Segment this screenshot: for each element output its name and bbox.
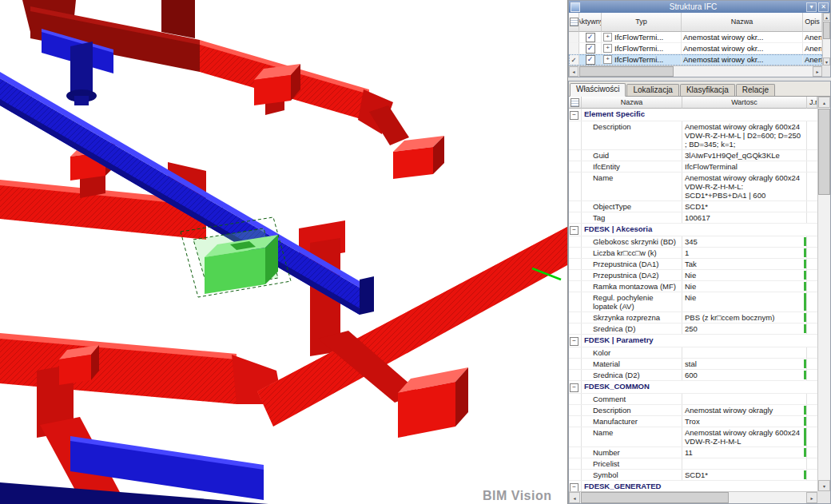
ifc-header-extra[interactable]: Opis bbox=[803, 13, 822, 32]
property-value[interactable]: Nie bbox=[682, 292, 807, 312]
property-value[interactable]: 345 bbox=[682, 236, 807, 247]
properties-vscroll-thumb[interactable] bbox=[818, 109, 830, 195]
property-row[interactable]: Przepustnica (DA2)Nie bbox=[569, 270, 817, 281]
checkbox-icon[interactable]: ✓ bbox=[586, 33, 595, 42]
scroll-right-icon[interactable]: ▸ bbox=[813, 66, 822, 77]
property-row[interactable]: Guid3lAIwFv1H9Qef_qGQk3KLe bbox=[569, 150, 817, 161]
property-row[interactable]: Number11 bbox=[569, 447, 817, 458]
ifc-header-active[interactable]: Aktywny bbox=[579, 13, 602, 32]
property-group-row[interactable]: −FDESK_COMMON bbox=[569, 381, 817, 394]
ifc-extra-cell[interactable]: Anemostat bbox=[803, 43, 822, 54]
property-row[interactable]: DescriptionAnemostat wirowy okragly 600x… bbox=[569, 121, 817, 150]
property-row[interactable]: Materialstal bbox=[569, 359, 817, 370]
property-value[interactable]: Anemostat wirowy okragly 600x24 VDW-R-Z-… bbox=[682, 427, 807, 446]
collapse-icon[interactable]: − bbox=[570, 337, 579, 346]
property-value[interactable]: Nie bbox=[682, 270, 807, 280]
properties-tab-0[interactable]: Właściwości bbox=[570, 83, 626, 97]
ifc-structure-row[interactable]: ✓+IfcFlowTermi...Anemostat wirowy okr...… bbox=[569, 32, 822, 43]
property-row[interactable]: SymbolSCD1* bbox=[569, 470, 817, 481]
pin-icon[interactable]: ▾ bbox=[806, 2, 817, 12]
property-value[interactable]: PBS (z kr□ccem bocznym) bbox=[682, 312, 807, 323]
active-checkbox[interactable]: ✓ bbox=[579, 54, 602, 65]
close-icon[interactable]: ✕ bbox=[818, 2, 829, 12]
scroll-down-icon[interactable]: ▾ bbox=[818, 480, 830, 491]
scroll-left-icon[interactable]: ◂ bbox=[569, 66, 579, 77]
property-value[interactable]: SCD1* bbox=[682, 201, 807, 212]
properties-tab-1[interactable]: Lokalizacja bbox=[626, 84, 678, 96]
ifc-type-cell[interactable]: +IfcFlowTermi... bbox=[602, 32, 682, 43]
property-group-row[interactable]: −FDESK_GENERATED bbox=[569, 481, 817, 491]
property-row[interactable]: Glebokosc skrzynki (BD)345 bbox=[569, 236, 817, 248]
property-value[interactable] bbox=[682, 347, 807, 358]
property-row[interactable]: DescriptionAnemostat wirowy okragly bbox=[569, 405, 817, 416]
properties-hscroll-thumb[interactable] bbox=[581, 492, 729, 503]
properties-vscrollbar[interactable]: ▴ ▾ bbox=[817, 97, 830, 491]
property-value[interactable]: SCD1* bbox=[682, 470, 807, 480]
ifc-structure-row[interactable]: ✓✓+IfcFlowTermi...Anemostat wirowy okr..… bbox=[569, 54, 822, 65]
property-row[interactable]: NameAnemostat wirowy okragly 600x24 VDW-… bbox=[569, 427, 817, 447]
scroll-up-icon[interactable]: ▴ bbox=[818, 97, 830, 108]
property-row[interactable]: Skrzynka rozpreznaPBS (z kr□ccem bocznym… bbox=[569, 312, 817, 323]
property-value[interactable]: 600 bbox=[682, 370, 807, 380]
property-value[interactable]: IfcFlowTerminal bbox=[682, 161, 807, 172]
property-value[interactable]: Tak bbox=[682, 259, 807, 269]
ifc-extra-cell[interactable]: Anemostat bbox=[803, 32, 822, 43]
property-row[interactable]: Srednica (D)250 bbox=[569, 323, 817, 335]
expand-icon[interactable]: + bbox=[603, 33, 612, 42]
collapse-icon[interactable]: − bbox=[570, 226, 579, 235]
terminal-box-bottom[interactable] bbox=[398, 367, 468, 438]
properties-hscrollbar[interactable]: ◂ ▸ bbox=[569, 491, 817, 503]
ifc-name-cell[interactable]: Anemostat wirowy okr... bbox=[682, 43, 803, 54]
ifc-header-type[interactable]: Typ bbox=[602, 13, 682, 32]
property-value[interactable] bbox=[682, 394, 807, 404]
scroll-up-icon[interactable]: ▴ bbox=[823, 13, 830, 21]
properties-tab-2[interactable]: Klasyfikacja bbox=[680, 84, 735, 96]
property-row[interactable]: Pricelist bbox=[569, 458, 817, 470]
ifc-name-cell[interactable]: Anemostat wirowy okr... bbox=[682, 32, 803, 43]
property-value[interactable]: 3lAIwFv1H9Qef_qGQk3KLe bbox=[682, 150, 807, 161]
collapse-icon[interactable]: − bbox=[570, 111, 579, 120]
ifc-type-cell[interactable]: +IfcFlowTermi... bbox=[602, 43, 682, 54]
terminal-box-right[interactable] bbox=[393, 136, 444, 179]
active-checkbox[interactable]: ✓ bbox=[579, 43, 602, 54]
ifc-extra-cell[interactable]: Anemostat bbox=[803, 54, 822, 65]
properties-header-name[interactable]: Nazwa bbox=[582, 97, 682, 109]
property-row[interactable]: Kolor bbox=[569, 347, 817, 359]
ifc-hscroll-thumb[interactable] bbox=[579, 66, 674, 77]
property-row[interactable]: Tag100617 bbox=[569, 212, 817, 224]
property-value[interactable]: Anemostat wirowy okragly 600x24 VDW-R-Z-… bbox=[682, 121, 807, 149]
properties-tab-3[interactable]: Relacje bbox=[736, 84, 775, 96]
property-value[interactable]: Anemostat wirowy okragly bbox=[682, 405, 807, 415]
property-value[interactable]: Anemostat wirowy okragly 600x24 VDW-R-Z-… bbox=[682, 173, 807, 200]
ifc-name-cell[interactable]: Anemostat wirowy okr... bbox=[682, 54, 803, 65]
properties-header-value[interactable]: Wartosc bbox=[682, 97, 807, 109]
expand-icon[interactable]: + bbox=[603, 55, 612, 64]
scroll-right-icon[interactable]: ▸ bbox=[806, 492, 817, 503]
property-row[interactable]: Srednica (D2)600 bbox=[569, 370, 817, 381]
collapse-icon[interactable]: − bbox=[570, 483, 579, 491]
properties-header-unit[interactable]: J.m. bbox=[807, 97, 817, 109]
checkbox-icon[interactable]: ✓ bbox=[586, 55, 595, 65]
property-row[interactable]: Comment bbox=[569, 394, 817, 405]
scroll-left-icon[interactable]: ◂ bbox=[569, 492, 580, 503]
property-group-row[interactable]: −FDESK | Akcesoria bbox=[569, 224, 817, 236]
property-row[interactable]: NameAnemostat wirowy okragly 600x24 VDW-… bbox=[569, 173, 817, 201]
scroll-down-icon[interactable]: ▾ bbox=[823, 58, 830, 65]
property-row[interactable]: Przepustnica (DA1)Tak bbox=[569, 259, 817, 270]
checkbox-icon[interactable]: ✓ bbox=[586, 44, 595, 54]
property-row[interactable]: Liczba kr□cc□w (k)1 bbox=[569, 248, 817, 259]
ifc-structure-row[interactable]: ✓+IfcFlowTermi...Anemostat wirowy okr...… bbox=[569, 43, 822, 54]
viewport-3d-canvas[interactable] bbox=[0, 0, 567, 504]
property-row[interactable]: Ramka montazowa (MF)Nie bbox=[569, 281, 817, 292]
ifc-vscrollbar[interactable]: ▴ ▾ bbox=[822, 13, 830, 65]
property-row[interactable]: IfcEntityIfcFlowTerminal bbox=[569, 161, 817, 173]
property-group-row[interactable]: −FDESK | Parametry bbox=[569, 335, 817, 347]
viewport-3d[interactable]: BIM Vision bbox=[0, 0, 567, 504]
active-checkbox[interactable]: ✓ bbox=[579, 32, 602, 43]
property-value[interactable]: 1 bbox=[682, 248, 807, 258]
property-group-row[interactable]: −Element Specific bbox=[569, 109, 817, 121]
ifc-header-name[interactable]: Nazwa bbox=[682, 13, 803, 32]
property-value[interactable]: Nie bbox=[682, 281, 807, 292]
ifc-vscroll-thumb[interactable] bbox=[823, 22, 830, 39]
property-value[interactable] bbox=[682, 458, 807, 469]
